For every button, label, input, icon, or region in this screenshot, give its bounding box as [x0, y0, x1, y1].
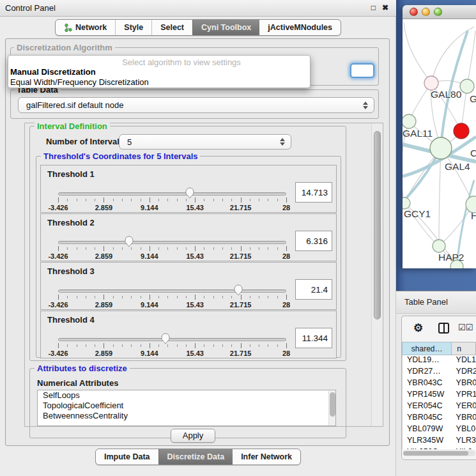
scrollbar-thumb[interactable] — [403, 451, 468, 456]
slider-tick-label: 28 — [282, 349, 290, 357]
network-canvas[interactable]: GAL80 GA C GAL11 GAL4 GCY1 H HAP2 — [403, 19, 476, 268]
table-cell[interactable]: YDL1 — [452, 355, 476, 367]
table-cell[interactable]: YBR045C — [403, 413, 452, 424]
threshold-slider[interactable]: -3.4262.8599.14415.4321.71528 — [58, 232, 286, 260]
close-panel-icon[interactable]: ✖ — [382, 0, 388, 16]
table-cell[interactable]: YDR27… — [403, 367, 452, 378]
table-cell[interactable]: YER0 — [452, 401, 476, 413]
columns-icon[interactable] — [438, 323, 449, 334]
slider-thumb[interactable] — [233, 284, 243, 296]
table-data-combo-value: galFiltered.sif default node — [26, 100, 123, 110]
network-window-titlebar — [403, 5, 476, 19]
table-cell[interactable]: YIL052C — [403, 447, 452, 449]
number-of-intervals-combobox[interactable]: 5 — [119, 134, 291, 150]
tab-network[interactable]: Network — [56, 20, 115, 35]
table-row[interactable]: YBR045CYBR0 — [403, 413, 476, 424]
threshold-panel: Threshold 4-3.4262.8599.14415.4321.71528 — [40, 311, 337, 358]
network-icon — [64, 24, 72, 32]
slider-major-tick — [286, 246, 287, 251]
tab-select[interactable]: Select — [151, 20, 192, 35]
threshold-slider[interactable]: -3.4262.8599.14415.4321.71528 — [58, 280, 286, 309]
screen: Control Panel □ ✖ Network Style Select — [0, 0, 476, 476]
slider-thumb[interactable] — [160, 332, 171, 345]
threshold-slider[interactable]: -3.4262.8599.14415.4321.71528 — [58, 329, 286, 357]
zoom-traffic-light-icon[interactable] — [434, 8, 442, 16]
slider-track[interactable] — [58, 289, 286, 293]
settings-vertical-scrollbar[interactable] — [371, 123, 383, 426]
tab-infer-network[interactable]: Infer Network — [233, 449, 300, 464]
table-cell[interactable]: YER054C — [403, 401, 452, 413]
scrollbar-thumb[interactable] — [330, 392, 335, 417]
table-cell[interactable]: YBR043C — [403, 378, 452, 390]
algorithm-dropdown-popup: Select algorithm to view settings Manual… — [8, 55, 311, 88]
threshold-slider[interactable]: -3.4262.8599.14415.4321.71528 — [58, 183, 286, 211]
close-traffic-light-icon[interactable] — [410, 8, 418, 16]
slider-track[interactable] — [58, 338, 286, 341]
list-item[interactable]: TopologicalCoefficient — [38, 401, 335, 411]
dropdown-item-equal-width[interactable]: Equal Width/Frequency Discretization — [8, 77, 310, 88]
combo-stepper-icon — [363, 102, 368, 109]
table-row[interactable]: YBR043CYBR0 — [403, 378, 476, 390]
slider-tick-label: 9.144 — [141, 252, 158, 260]
table-row[interactable]: YBL079WYBL0 — [403, 424, 476, 436]
slider-track[interactable] — [58, 192, 286, 196]
algorithm-group-title: Discretization Algorithm — [14, 43, 115, 52]
table-cell[interactable]: YIL0 — [452, 447, 476, 449]
table-cell[interactable]: YBR0 — [452, 378, 476, 390]
table-cell[interactable]: YPR1 — [452, 390, 476, 401]
interval-definition-title: Interval Definition — [35, 121, 110, 131]
node-label-partial-mid: C — [470, 148, 476, 158]
list-item[interactable]: SelfLoops — [38, 390, 335, 401]
slider-tick-label: 15.43 — [186, 349, 204, 357]
table-cell[interactable]: YBR0 — [452, 413, 476, 424]
tab-impute-data[interactable]: Impute Data — [96, 449, 158, 464]
tab-discretize-data[interactable]: Discretize Data — [158, 449, 233, 464]
node-label-partial-top: GA — [470, 93, 476, 104]
table-row[interactable]: YER054CYER0 — [403, 401, 476, 413]
table-row[interactable]: YIL052CYIL0 — [403, 447, 476, 449]
tab-label: Infer Network — [241, 452, 292, 462]
slider-major-tick — [195, 295, 196, 300]
table-row[interactable]: YPR145WYPR1 — [403, 390, 476, 401]
column-header-shared-name[interactable]: shared… — [402, 342, 452, 355]
numerical-attributes-list[interactable]: SelfLoops TopologicalCoefficient Between… — [37, 390, 336, 426]
checked-boxes-icon[interactable]: ☑☑ — [458, 323, 473, 332]
table-cell[interactable]: YLR345W — [403, 436, 452, 447]
table-horizontal-scrollbar[interactable] — [403, 450, 475, 456]
table-cell[interactable]: YPR145W — [403, 390, 452, 401]
slider-tick-label: 15.43 — [186, 204, 204, 211]
table-data-combobox[interactable]: galFiltered.sif default node — [18, 97, 374, 113]
dropdown-prompt-item[interactable]: Select algorithm to view settings — [8, 56, 310, 67]
table-row[interactable]: YDR27…YDR2 — [403, 367, 476, 378]
tab-cyni-toolbox[interactable]: Cyni Toolbox — [192, 20, 259, 35]
threshold-value-field[interactable] — [295, 279, 332, 300]
table-cell[interactable]: YBL079W — [403, 424, 452, 436]
table-cell[interactable]: YDR2 — [452, 367, 476, 378]
slider-track[interactable] — [58, 241, 286, 244]
float-window-icon[interactable]: □ — [371, 0, 376, 16]
table-row[interactable]: YLR345WYLR3 — [403, 436, 476, 447]
dropdown-item-manual[interactable]: Manual Discretization — [8, 67, 310, 77]
column-header-name[interactable]: n — [452, 342, 476, 355]
table-cell[interactable]: YLR3 — [452, 436, 476, 447]
threshold-value-field[interactable] — [295, 231, 332, 251]
slider-major-tick — [58, 197, 59, 203]
algorithm-combobox[interactable] — [350, 63, 374, 78]
tab-style[interactable]: Style — [115, 20, 151, 35]
threshold-value-field[interactable] — [295, 182, 332, 203]
table-cell[interactable]: YDL19… — [403, 355, 452, 367]
minimize-traffic-light-icon[interactable] — [422, 8, 430, 16]
gear-icon[interactable]: ⚙ — [413, 321, 423, 335]
attributes-group-title: Attributes to discretize — [35, 364, 130, 373]
list-item[interactable]: BetweennessCentrality — [38, 411, 335, 421]
apply-button[interactable]: Apply — [171, 429, 215, 443]
tab-jactivemodules[interactable]: jActiveMNodules — [259, 20, 341, 35]
slider-thumb[interactable] — [185, 187, 195, 199]
table-cell[interactable]: YBL0 — [452, 424, 476, 436]
table-row[interactable]: YDL19…YDL1 — [403, 355, 476, 367]
attributes-list-scrollbar[interactable] — [328, 391, 336, 426]
slider-tick-label: 2.859 — [95, 204, 113, 211]
scrollbar-thumb[interactable] — [374, 131, 381, 319]
threshold-value-field[interactable] — [295, 328, 332, 348]
slider-thumb[interactable] — [124, 235, 134, 248]
